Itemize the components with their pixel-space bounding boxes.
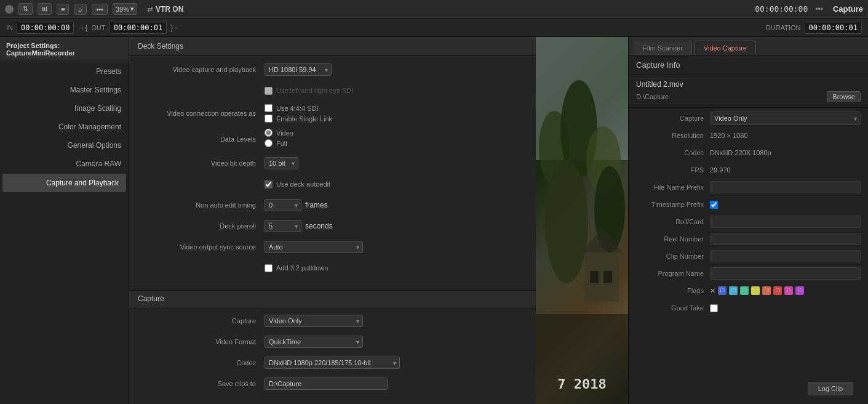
flag-yellow[interactable]: ⚐ — [751, 286, 760, 295]
info-clip-number-input[interactable] — [710, 250, 861, 262]
toolbar-options[interactable]: ••• — [815, 5, 823, 14]
toolbar-more[interactable]: ••• — [92, 4, 108, 15]
sidebar-item-general-options[interactable]: General Options — [0, 136, 129, 155]
video-sync-select-wrap: AutoReferenceInternal — [265, 241, 363, 253]
eye-sdi-control: Use left and right eye SDI — [265, 87, 524, 95]
duration-label: DURATION — [766, 24, 801, 31]
save-clips-label: Save clips to — [141, 380, 265, 387]
capture-mode-select-wrap: Video Only Audio and Video Audio Only — [265, 315, 363, 327]
toolbar-list[interactable]: ≡ — [57, 4, 69, 15]
enable-single-link-label: Enable Single Link — [276, 115, 332, 123]
info-timestamp-row: Timestamp Prefix — [636, 198, 861, 211]
flag-blue[interactable]: ⚐ — [718, 286, 727, 295]
tab-video-capture[interactable]: Video Capture — [695, 41, 756, 55]
flag-orange[interactable]: ⚐ — [762, 286, 771, 295]
codec-select-wrap: DNxHD 1080p 220/185/175 10-bit — [265, 357, 400, 369]
data-levels-video-radio[interactable] — [265, 129, 273, 137]
codec-control: DNxHD 1080p 220/185/175 10-bit — [265, 357, 524, 369]
flag-red[interactable]: ⚐ — [773, 286, 782, 295]
toolbar-grid[interactable]: ⊞ — [38, 3, 52, 15]
vtr-control[interactable]: ⇄ VTR ON — [147, 5, 183, 14]
use-444-checkbox[interactable] — [265, 104, 273, 112]
flags-container: ✕ ⚐ ⚐ ⚐ ⚐ ⚐ ⚐ ⚐ ⚐ — [710, 286, 804, 295]
capture-info-title: Capture Info — [629, 55, 868, 75]
codec-label: Codec — [141, 359, 265, 366]
info-roll-card-label: Roll/Card — [636, 218, 710, 225]
sidebar-item-color-management[interactable]: Color Management — [0, 118, 129, 136]
capture-info-panel: Film Scanner Video Capture Capture Info … — [628, 37, 868, 404]
data-levels-full-row: Full — [265, 139, 524, 147]
info-flags-label: Flags — [636, 287, 710, 294]
data-levels-label: Data Levels — [141, 135, 265, 143]
capture-panel-title: Capture — [833, 4, 863, 14]
pulldown-checkbox[interactable] — [265, 264, 273, 272]
file-info-section: Untitled 2.mov D:\Capture Browse — [629, 75, 868, 108]
save-clips-row: Save clips to — [141, 376, 524, 391]
video-format-select[interactable]: QuickTimeMXF — [265, 336, 363, 348]
frames-label: frames — [305, 201, 328, 209]
sidebar-item-presets[interactable]: Presets — [0, 62, 129, 81]
good-take-checkbox[interactable] — [710, 304, 718, 312]
tab-film-scanner[interactable]: Film Scanner — [634, 41, 692, 55]
info-filename: Untitled 2.mov — [636, 80, 861, 89]
top-toolbar: ⇅ ⊞ ≡ ⌕ ••• 39% ▾ ⇄ VTR ON 00:00:00:00 •… — [0, 0, 868, 18]
svg-point-4 — [545, 160, 588, 283]
project-settings-label: Project Settings: — [6, 42, 60, 49]
non-auto-edit-select-wrap: 012 — [265, 199, 301, 211]
info-timestamp-checkbox[interactable] — [710, 201, 718, 209]
info-file-prefix-input[interactable] — [710, 181, 861, 193]
info-capture-select[interactable]: Video Only Audio and Video — [710, 111, 861, 125]
flag-purple[interactable]: ⚐ — [795, 286, 804, 295]
browse-button[interactable]: Browse — [827, 91, 861, 102]
capture-section-header: Capture — [129, 290, 536, 307]
video-capture-control: HD 1080i 59.94 HD 1080p 29.97 — [265, 63, 524, 76]
capture-mode-select[interactable]: Video Only Audio and Video Audio Only — [265, 315, 363, 327]
window-control[interactable] — [5, 5, 14, 14]
sidebar-item-image-scaling[interactable]: Image Scaling — [0, 99, 129, 118]
zoom-control[interactable]: 39% ▾ — [113, 3, 137, 15]
sidebar-item-master-settings[interactable]: Master Settings — [0, 81, 129, 99]
info-program-name-label: Program Name — [636, 270, 710, 277]
zoom-arrow: ▾ — [130, 5, 134, 13]
save-clips-control — [265, 378, 524, 390]
pulldown-control: Add 3:2 pulldown — [265, 264, 524, 272]
bit-depth-select[interactable]: 10 bit 8 bit — [265, 157, 298, 169]
deck-preroll-select[interactable]: 5310 — [265, 220, 301, 232]
info-good-take-label: Good Take — [636, 304, 710, 312]
info-program-name-input[interactable] — [710, 267, 861, 280]
pulldown-row: Add 3:2 pulldown — [141, 261, 524, 275]
toolbar-up-down[interactable]: ⇅ — [18, 3, 33, 15]
enable-single-link-checkbox[interactable] — [265, 115, 273, 123]
info-roll-card-input[interactable] — [710, 216, 861, 228]
sidebar-item-capture-and-playback[interactable]: Capture and Playback — [2, 174, 126, 192]
capture-info-form: Capture Video Only Audio and Video Resol… — [629, 108, 868, 322]
sidebar-item-camera-raw[interactable]: Camera RAW — [0, 155, 129, 173]
save-clips-input[interactable] — [265, 378, 388, 390]
flag-pink[interactable]: ⚐ — [784, 286, 793, 295]
toolbar-search[interactable]: ⌕ — [74, 4, 87, 15]
deck-autoedit-control: Use deck autoedit — [265, 180, 524, 188]
codec-select[interactable]: DNxHD 1080p 220/185/175 10-bit — [265, 357, 400, 369]
video-sync-select[interactable]: AutoReferenceInternal — [265, 241, 363, 253]
bit-depth-label: Video bit depth — [141, 160, 265, 167]
deck-autoedit-checkbox[interactable] — [265, 180, 273, 188]
non-auto-edit-select[interactable]: 012 — [265, 199, 301, 211]
info-reel-number-input[interactable] — [710, 233, 861, 245]
svg-rect-9 — [590, 271, 599, 283]
video-sync-row: Video output sync source AutoReferenceIn… — [141, 240, 524, 254]
flag-cyan[interactable]: ⚐ — [729, 286, 738, 295]
data-levels-full-radio[interactable] — [265, 139, 273, 147]
video-capture-select[interactable]: HD 1080i 59.94 HD 1080p 29.97 — [265, 63, 332, 76]
flag-x-button[interactable]: ✕ — [710, 287, 715, 295]
eye-sdi-checkbox[interactable] — [265, 87, 273, 95]
deck-settings-form: Video capture and playback HD 1080i 59.9… — [129, 56, 536, 288]
capture-mode-label: Capture — [141, 317, 265, 325]
info-fps-value: 29.970 — [710, 166, 731, 174]
log-clip-button[interactable]: Log Clip — [808, 382, 853, 395]
in-timecode[interactable]: 00:00:00:00 — [17, 22, 74, 34]
out-timecode[interactable]: 00:00:00:01 — [109, 22, 167, 34]
duration-section: DURATION 00:00:00:01 — [766, 22, 862, 34]
flag-teal[interactable]: ⚐ — [740, 286, 749, 295]
bit-depth-row: Video bit depth 10 bit 8 bit — [141, 156, 524, 171]
out-label: OUT — [92, 24, 106, 31]
